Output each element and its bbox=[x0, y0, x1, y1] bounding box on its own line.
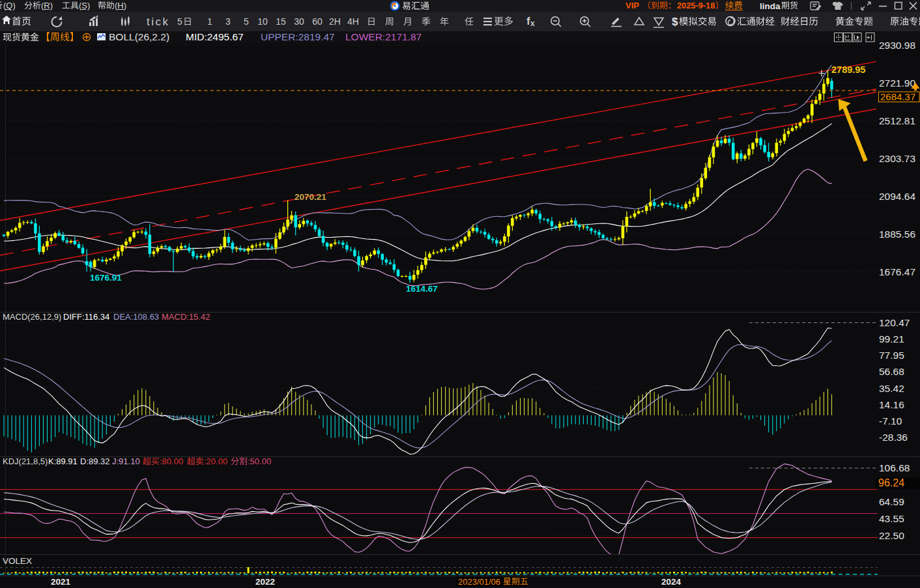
svg-text:DEA:108.63: DEA:108.63 bbox=[113, 312, 159, 322]
svg-text:77.95: 77.95 bbox=[879, 350, 904, 361]
svg-text:56.68: 56.68 bbox=[879, 366, 904, 377]
svg-text:96.24: 96.24 bbox=[878, 477, 904, 488]
svg-text:3: 3 bbox=[225, 16, 231, 27]
svg-text:(H): (H) bbox=[115, 1, 126, 10]
svg-text::20.00: :20.00 bbox=[204, 456, 227, 466]
svg-text:4H: 4H bbox=[347, 16, 359, 27]
svg-text:KDJ(21,8,5): KDJ(21,8,5) bbox=[3, 456, 48, 466]
svg-text:2094.64: 2094.64 bbox=[879, 191, 915, 202]
svg-text:VIP: VIP bbox=[625, 1, 639, 10]
svg-text:BOLL(26,2.2): BOLL(26,2.2) bbox=[109, 31, 169, 42]
svg-text:linda: linda bbox=[760, 1, 781, 11]
svg-text:(R): (R) bbox=[41, 1, 53, 10]
svg-text:MID:2495.67: MID:2495.67 bbox=[186, 31, 244, 42]
svg-text:x: x bbox=[530, 19, 535, 28]
svg-text:2512.81: 2512.81 bbox=[879, 115, 915, 126]
svg-text:UPPER:2819.47: UPPER:2819.47 bbox=[261, 31, 335, 42]
svg-text::80.00: :80.00 bbox=[160, 456, 183, 466]
svg-text:MACD:15.42: MACD:15.42 bbox=[162, 312, 210, 322]
svg-text:30: 30 bbox=[294, 16, 304, 27]
svg-text:106.68: 106.68 bbox=[879, 462, 910, 473]
svg-text:2684.37: 2684.37 bbox=[880, 91, 915, 102]
svg-text:2721.90: 2721.90 bbox=[879, 77, 915, 89]
svg-text::50.00: :50.00 bbox=[248, 456, 271, 466]
svg-text:120.47: 120.47 bbox=[879, 317, 910, 328]
svg-text:1885.56: 1885.56 bbox=[879, 229, 915, 240]
svg-text:1614.67: 1614.67 bbox=[406, 284, 438, 294]
svg-text:(S): (S) bbox=[79, 1, 90, 10]
svg-text:MACD(26,12,9): MACD(26,12,9) bbox=[3, 312, 61, 322]
svg-text:2303.73: 2303.73 bbox=[879, 153, 915, 164]
svg-text:2789.95: 2789.95 bbox=[831, 64, 865, 75]
svg-text:-28.36: -28.36 bbox=[879, 432, 908, 443]
svg-text:2024: 2024 bbox=[661, 577, 682, 587]
svg-text:5: 5 bbox=[177, 16, 182, 27]
svg-text:22.50: 22.50 bbox=[879, 530, 904, 541]
svg-text:2021: 2021 bbox=[51, 577, 71, 587]
svg-text:15: 15 bbox=[276, 16, 286, 27]
svg-text:1676.47: 1676.47 bbox=[879, 266, 915, 277]
svg-text:2022: 2022 bbox=[255, 577, 275, 587]
svg-text:J:91.10: J:91.10 bbox=[112, 456, 140, 466]
svg-text:2930.98: 2930.98 bbox=[879, 40, 915, 51]
svg-text:2023/01/06: 2023/01/06 bbox=[458, 577, 500, 587]
svg-text:43.55: 43.55 bbox=[879, 513, 904, 524]
svg-text:60: 60 bbox=[312, 16, 323, 27]
svg-text:2H: 2H bbox=[329, 16, 341, 27]
svg-text:K:89.91: K:89.91 bbox=[48, 456, 78, 466]
svg-text:1676.91: 1676.91 bbox=[90, 273, 122, 283]
svg-text:14.16: 14.16 bbox=[879, 399, 904, 410]
svg-text:-7.10: -7.10 bbox=[879, 415, 902, 427]
svg-text:2025-9-18: 2025-9-18 bbox=[677, 1, 715, 10]
svg-text:99.21: 99.21 bbox=[879, 333, 904, 344]
svg-text:D:89.32: D:89.32 bbox=[80, 456, 110, 466]
svg-text:tick: tick bbox=[147, 16, 170, 28]
svg-text:(Q): (Q) bbox=[3, 1, 16, 10]
svg-text:2070.21: 2070.21 bbox=[295, 192, 326, 202]
svg-text:64.59: 64.59 bbox=[879, 496, 904, 507]
svg-text:10: 10 bbox=[257, 16, 268, 27]
svg-text:DIFF:116.34: DIFF:116.34 bbox=[63, 312, 109, 322]
svg-text:VOLEX: VOLEX bbox=[3, 556, 32, 566]
svg-text:$: $ bbox=[672, 16, 678, 28]
svg-text:5: 5 bbox=[244, 16, 249, 27]
svg-text:1: 1 bbox=[207, 16, 212, 27]
svg-text:LOWER:2171.87: LOWER:2171.87 bbox=[345, 31, 422, 42]
svg-text:35.42: 35.42 bbox=[879, 383, 904, 394]
